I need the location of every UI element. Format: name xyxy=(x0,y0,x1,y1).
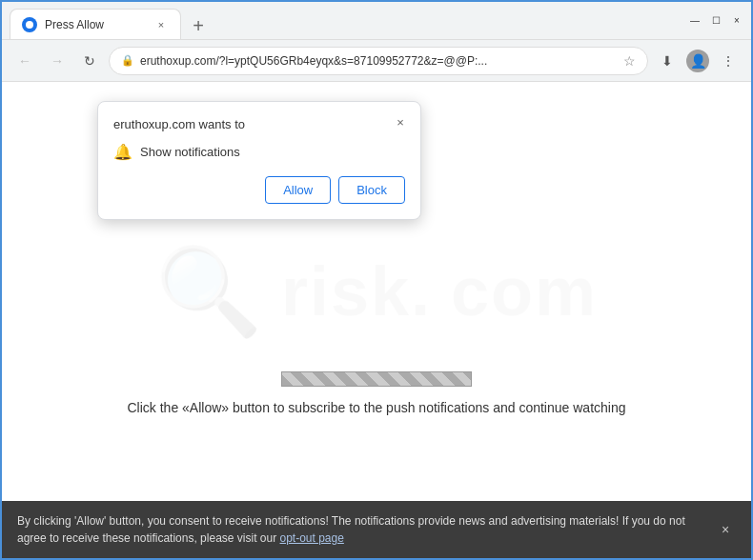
watermark-text: risk. xyxy=(281,252,432,330)
opt-out-link[interactable]: opt-out page xyxy=(279,531,343,545)
address-right-icons: ⬇ 👤 ⋮ xyxy=(654,48,742,74)
window-controls: — ☐ × xyxy=(688,14,743,28)
maximize-button[interactable]: ☐ xyxy=(709,14,722,28)
back-button[interactable]: ← xyxy=(11,48,38,74)
page-content: 🔍 risk. com × eruthoxup.com wants to 🔔 S… xyxy=(2,82,751,501)
banner-text-content: By clicking 'Allow' button, you consent … xyxy=(17,514,685,545)
loading-progress-bar xyxy=(281,371,472,387)
popup-notification-label: Show notifications xyxy=(140,145,240,159)
new-tab-button[interactable]: + xyxy=(185,12,212,39)
forward-button[interactable]: → xyxy=(44,48,71,74)
banner-close-button[interactable]: × xyxy=(715,519,736,540)
tab-close-button[interactable]: × xyxy=(153,17,169,32)
tab-favicon xyxy=(22,17,37,32)
minimize-button[interactable]: — xyxy=(688,14,702,28)
profile-button[interactable]: 👤 xyxy=(684,48,711,74)
banner-text: By clicking 'Allow' button, you consent … xyxy=(17,512,703,547)
url-text: eruthoxup.com/?l=yptQU56GRb4eyqx&s=87109… xyxy=(140,54,618,68)
popup-domain-text: eruthoxup.com wants to xyxy=(113,117,405,131)
watermark-domain: com xyxy=(451,252,598,330)
progress-area xyxy=(281,371,472,387)
browser-window: Press Allow × + — ☐ × ← → ↻ 🔒 eruthoxup.… xyxy=(0,0,753,560)
download-icon[interactable]: ⬇ xyxy=(654,48,681,74)
tab-title: Press Allow xyxy=(45,18,146,31)
notification-popup: × eruthoxup.com wants to 🔔 Show notifica… xyxy=(97,101,421,220)
close-window-button[interactable]: × xyxy=(730,14,743,28)
allow-button[interactable]: Allow xyxy=(265,176,331,204)
popup-notification-row: 🔔 Show notifications xyxy=(113,143,405,161)
reload-button[interactable]: ↻ xyxy=(76,48,103,74)
address-bar: ← → ↻ 🔒 eruthoxup.com/?l=yptQU56GRb4eyqx… xyxy=(2,40,751,82)
block-button[interactable]: Block xyxy=(338,176,405,204)
bottom-banner: By clicking 'Allow' button, you consent … xyxy=(2,501,751,558)
menu-button[interactable]: ⋮ xyxy=(715,48,742,74)
popup-close-button[interactable]: × xyxy=(390,111,411,132)
tab-area: Press Allow × + xyxy=(10,2,681,39)
address-input[interactable]: 🔒 eruthoxup.com/?l=yptQU56GRb4eyqx&s=871… xyxy=(109,47,648,75)
profile-avatar: 👤 xyxy=(686,50,709,72)
watermark-logo: 🔍 risk. com xyxy=(155,249,598,334)
bell-icon: 🔔 xyxy=(113,143,132,161)
lock-icon: 🔒 xyxy=(121,54,134,67)
watermark-magnifier-icon: 🔍 xyxy=(155,249,262,334)
page-main-text-area: Click the «Allow» button to subscribe to… xyxy=(2,400,751,415)
active-tab[interactable]: Press Allow × xyxy=(10,9,181,39)
call-to-action-text: Click the «Allow» button to subscribe to… xyxy=(2,400,751,415)
popup-actions: Allow Block xyxy=(113,176,405,204)
bookmark-icon[interactable]: ☆ xyxy=(623,53,636,69)
title-bar: Press Allow × + — ☐ × xyxy=(2,2,751,40)
